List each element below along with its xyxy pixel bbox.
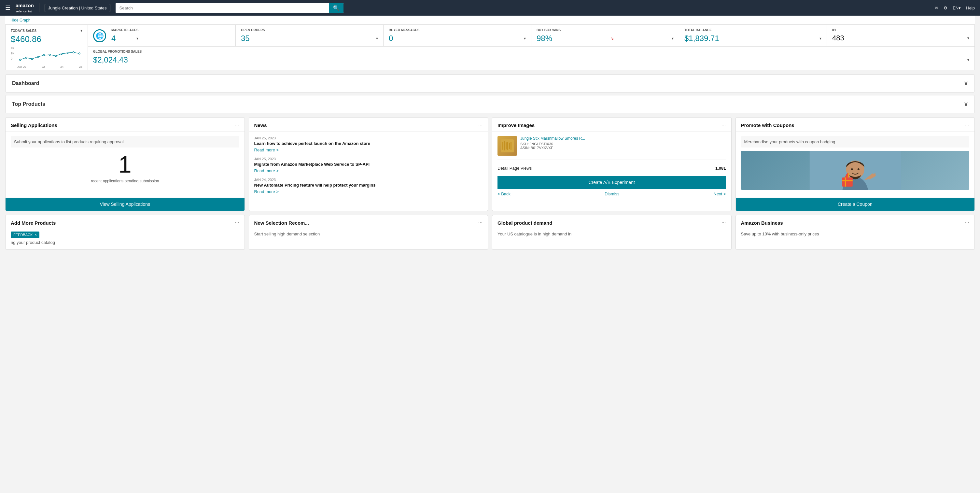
open-orders-label: OPEN ORDERS <box>241 28 378 32</box>
dismiss-link[interactable]: Dismiss <box>605 191 620 196</box>
global-promo-chevron[interactable]: ▾ <box>967 58 969 62</box>
open-orders-chevron[interactable]: ▾ <box>376 36 378 41</box>
buy-box-metric: BUY BOX WINS 98% ↘ ▾ <box>531 25 679 46</box>
news-date-3: JAN 24, 2023 <box>254 178 483 182</box>
create-ab-experiment-button[interactable]: Create A/B Experiment <box>498 176 726 189</box>
news-date-2: JAN 25, 2023 <box>254 157 483 161</box>
news-title-3: New Automate Pricing feature will help p… <box>254 183 483 188</box>
coupon-description: Merchandise your products with coupon ba… <box>741 136 970 148</box>
coupon-image <box>741 151 970 190</box>
sales-chart-svg <box>17 46 83 64</box>
marketplaces-metric: 🌐 MARKETPLACES 4 ▾ <box>88 25 236 46</box>
total-balance-chevron[interactable]: ▾ <box>819 36 821 41</box>
amazon-business-menu[interactable]: ··· <box>965 220 969 226</box>
new-selection-menu[interactable]: ··· <box>478 220 482 226</box>
news-read-more-2[interactable]: Read more > <box>254 169 279 173</box>
selling-apps-footer: View Selling Applications <box>6 198 245 211</box>
header: ☰ amazon ⌣ seller central Jungle Creatio… <box>0 0 980 16</box>
svg-rect-17 <box>511 142 511 150</box>
view-selling-applications-button[interactable]: View Selling Applications <box>6 198 245 211</box>
buyer-messages-chevron[interactable]: ▾ <box>524 36 526 41</box>
help-link[interactable]: Help <box>966 6 975 10</box>
svg-point-22 <box>857 169 859 170</box>
global-demand-menu[interactable]: ··· <box>721 220 726 226</box>
improve-images-title: Improve Images <box>498 122 535 128</box>
global-promo-label: GLOBAL PROMOTIONS SALES <box>93 50 969 53</box>
store-selector-button[interactable]: Jungle Creation | United States <box>45 4 110 12</box>
svg-rect-23 <box>842 178 853 186</box>
ipi-value: 483 <box>832 34 844 42</box>
svg-point-7 <box>61 53 62 55</box>
settings-icon[interactable]: ⚙ <box>943 6 947 10</box>
feedback-close[interactable]: × <box>35 232 37 237</box>
new-selection-header: New Selection Recom... ··· <box>249 215 488 229</box>
buyer-messages-label: BUYER MESSAGES <box>389 28 526 32</box>
news-item-1: JAN 25, 2023 Learn how to achieve perfec… <box>254 136 483 153</box>
product-image <box>498 136 517 156</box>
buy-box-chevron[interactable]: ▾ <box>672 36 674 41</box>
metrics-row: TODAY'S SALES ▾ $460.86 2K1K0 <box>5 25 975 70</box>
add-products-menu[interactable]: ··· <box>235 220 239 226</box>
add-products-body-text: ng your product catalog <box>11 240 239 245</box>
news-read-more-1[interactable]: Read more > <box>254 148 279 153</box>
back-link[interactable]: < Back <box>498 191 511 196</box>
today-sales-value: $460.86 <box>11 34 83 44</box>
promote-coupons-menu[interactable]: ··· <box>965 122 969 128</box>
news-item-2: JAN 25, 2023 Migrate from Amazon Marketp… <box>254 157 483 173</box>
global-demand-header: Global product demand ··· <box>492 215 731 229</box>
news-menu[interactable]: ··· <box>478 122 482 128</box>
hide-graph-link[interactable]: Hide Graph <box>10 18 30 22</box>
improve-images-menu[interactable]: ··· <box>721 122 726 128</box>
news-body: JAN 25, 2023 Learn how to achieve perfec… <box>249 132 488 211</box>
create-coupon-button[interactable]: Create a Coupon <box>736 198 975 211</box>
open-orders-value: 35 <box>241 34 250 43</box>
amazon-business-widget: Amazon Business ··· Save up to 10% with … <box>735 215 975 250</box>
metrics-top-row: 🌐 MARKETPLACES 4 ▾ OPEN ORDERS 35 ▾ <box>88 25 974 46</box>
seller-central-text: seller central <box>16 10 32 13</box>
menu-icon[interactable]: ☰ <box>5 4 10 11</box>
news-title-1: Learn how to achieve perfect launch on t… <box>254 141 483 146</box>
global-demand-title: Global product demand <box>498 220 552 226</box>
promote-coupons-body: Merchandise your products with coupon ba… <box>736 132 975 198</box>
amazon-logo-text: amazon <box>16 3 34 8</box>
svg-rect-12 <box>503 142 503 150</box>
stat-label: Detail Page Views <box>498 166 532 171</box>
ipi-metric: IPI 483 ▾ <box>827 25 974 46</box>
feedback-label: FEEDBACK <box>13 233 33 237</box>
svg-point-10 <box>79 53 80 54</box>
subheader: Hide Graph <box>5 16 975 25</box>
dashboard-section-header[interactable]: Dashboard ∨ <box>5 74 975 92</box>
svg-point-8 <box>67 52 68 54</box>
mail-icon[interactable]: ✉ <box>935 6 938 10</box>
global-promo-value: $2,024.43 <box>93 56 128 64</box>
selling-apps-menu[interactable]: ··· <box>235 122 239 128</box>
add-products-title: Add More Products <box>11 220 56 226</box>
amazon-business-body: Save up to 10% with business-only prices <box>736 229 975 241</box>
metrics-bottom-row: GLOBAL PROMOTIONS SALES $2,024.43 ▾ <box>88 46 974 68</box>
ipi-chevron[interactable]: ▾ <box>967 36 969 40</box>
svg-point-0 <box>19 59 21 60</box>
buyer-messages-metric: BUYER MESSAGES 0 ▾ <box>383 25 531 46</box>
total-balance-metric: TOTAL BALANCE $1,839.71 ▾ <box>679 25 827 46</box>
marketplaces-chevron[interactable]: ▾ <box>137 36 138 41</box>
svg-point-1 <box>25 57 27 59</box>
news-date-1: JAN 25, 2023 <box>254 136 483 140</box>
search-input[interactable] <box>116 3 329 13</box>
global-demand-widget: Global product demand ··· Your US catalo… <box>492 215 732 250</box>
product-name[interactable]: Jungle Stix Marshmallow Smores R... <box>520 136 726 141</box>
add-products-body: FEEDBACK × ng your product catalog <box>6 229 245 250</box>
sales-chart: 2K1K0 Jan 20222426 <box>11 46 83 67</box>
language-selector[interactable]: EN▾ <box>953 6 961 10</box>
news-read-more-3[interactable]: Read more > <box>254 189 279 194</box>
selling-applications-widget: Selling Applications ··· Submit your app… <box>5 117 245 211</box>
ipi-label: IPI <box>832 28 969 32</box>
today-sales-label: TODAY'S SALES <box>11 29 37 33</box>
selling-apps-header: Selling Applications ··· <box>6 118 245 132</box>
today-sales-chevron[interactable]: ▾ <box>80 28 83 33</box>
total-balance-value: $1,839.71 <box>684 34 719 43</box>
next-link[interactable]: Next > <box>714 191 726 196</box>
search-button[interactable]: 🔍 <box>329 3 344 13</box>
top-products-section-header[interactable]: Top Products ∨ <box>5 95 975 113</box>
global-demand-body: Your US catalogue is in high demand in <box>492 229 731 241</box>
svg-rect-24 <box>845 178 846 186</box>
